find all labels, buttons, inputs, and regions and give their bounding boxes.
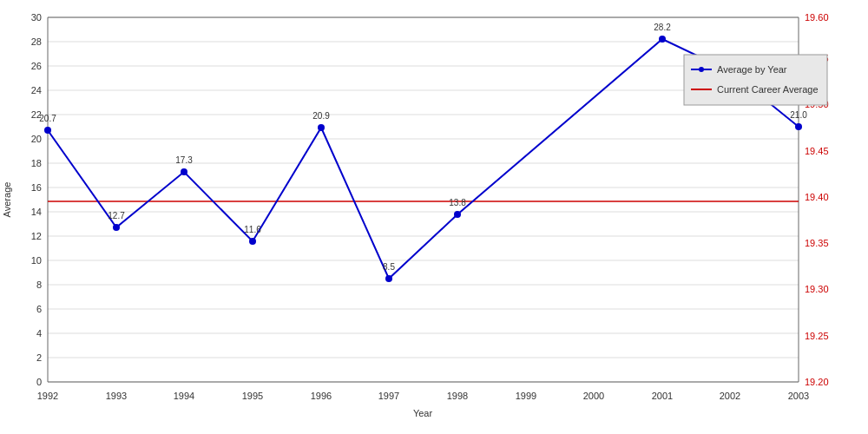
- y-label-6: 6: [36, 304, 42, 314]
- right-y-label-1945: 19.45: [805, 146, 829, 156]
- x-label-1996: 1996: [311, 391, 332, 401]
- y-label-24: 24: [31, 85, 42, 95]
- right-y-label-1920: 19.20: [805, 377, 829, 387]
- legend-box: [684, 55, 827, 105]
- x-label-1998: 1998: [447, 391, 468, 401]
- y-label-20: 20: [31, 134, 42, 144]
- label-2001: 28.2: [654, 23, 671, 32]
- data-point-1997: [385, 275, 392, 282]
- right-y-label-1940: 19.40: [805, 192, 829, 202]
- x-axis-label: Year: [413, 408, 433, 418]
- data-point-1993: [113, 224, 120, 231]
- y-axis-label: Average: [2, 182, 12, 218]
- y-label-28: 28: [31, 36, 42, 47]
- chart-svg: 0 2 4 6 8 10 12 14 16 18 20 22 24 26 28 …: [0, 0, 868, 434]
- y-label-2: 2: [36, 352, 42, 363]
- x-label-2002: 2002: [720, 391, 740, 401]
- x-label-1992: 1992: [37, 391, 58, 401]
- data-point-1998: [454, 211, 461, 218]
- y-label-10: 10: [31, 255, 42, 266]
- chart-container: 0 2 4 6 8 10 12 14 16 18 20 22 24 26 28 …: [0, 0, 868, 434]
- label-2003: 21.0: [790, 110, 807, 120]
- data-point-1994: [181, 168, 187, 175]
- legend-label-year: Average by Year: [717, 64, 787, 75]
- data-point-2001: [659, 36, 666, 43]
- data-point-1992: [44, 127, 51, 134]
- x-label-2003: 2003: [788, 391, 809, 401]
- y-label-4: 4: [36, 328, 42, 339]
- legend-blue-dot: [699, 67, 704, 72]
- data-point-1996: [318, 124, 325, 131]
- y-label-14: 14: [31, 207, 42, 217]
- legend-label-career: Current Career Average: [717, 84, 819, 95]
- x-label-2000: 2000: [583, 391, 604, 401]
- label-1994: 17.3: [175, 155, 193, 165]
- right-y-label-1960: 19.60: [805, 12, 829, 23]
- label-1992: 20.7: [39, 114, 56, 123]
- right-y-label-1925: 19.25: [805, 331, 829, 341]
- y-label-8: 8: [36, 279, 42, 290]
- y-label-12: 12: [31, 231, 42, 241]
- data-point-2003: [795, 123, 802, 130]
- x-label-2001: 2001: [652, 391, 673, 401]
- data-point-1995: [249, 238, 256, 245]
- y-label-0: 0: [36, 377, 42, 387]
- y-label-16: 16: [31, 182, 42, 193]
- x-label-1994: 1994: [174, 391, 194, 401]
- y-label-18: 18: [31, 158, 42, 168]
- x-label-1995: 1995: [242, 391, 263, 401]
- label-1995: 11.6: [244, 225, 261, 234]
- label-1993: 12.7: [108, 211, 125, 220]
- label-1997: 8.5: [383, 262, 395, 272]
- y-label-26: 26: [31, 61, 42, 71]
- y-label-30: 30: [31, 12, 42, 23]
- x-label-1999: 1999: [516, 391, 536, 401]
- x-label-1997: 1997: [378, 391, 399, 401]
- right-y-label-1935: 19.35: [805, 238, 829, 248]
- x-label-1993: 1993: [106, 391, 127, 401]
- right-y-label-1930: 19.30: [805, 284, 829, 294]
- label-1996: 20.9: [312, 111, 330, 121]
- label-1998: 13.8: [449, 198, 466, 207]
